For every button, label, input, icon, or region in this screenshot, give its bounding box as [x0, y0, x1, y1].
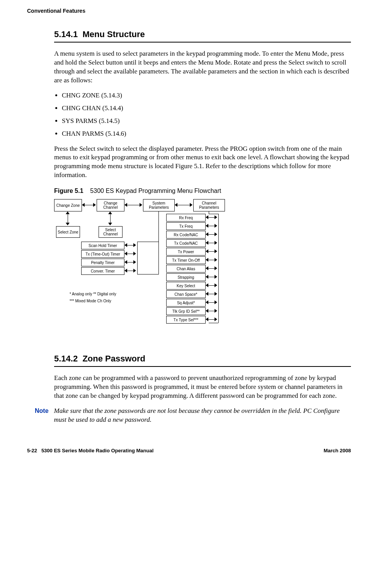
box-channel-item: Tx Type Sel***: [166, 316, 206, 324]
arrow-icon: [124, 202, 142, 208]
box-channel-item: Chan Alias: [166, 265, 206, 273]
box-channel-item: Strapping: [166, 273, 206, 281]
arrow-icon: [206, 232, 217, 237]
arrow-icon: [206, 300, 217, 305]
figure-label: Figure 5.1: [54, 187, 83, 194]
arrow-icon: [206, 249, 217, 254]
box-system-item: Penalty Timer: [81, 259, 124, 266]
connector: [209, 214, 218, 214]
arrow-icon: [206, 283, 217, 288]
connector: [158, 211, 159, 274]
section-heading-2: 5.14.2 Zone Password: [54, 354, 351, 364]
arrow-icon: [206, 240, 217, 245]
arrow-icon: [65, 211, 70, 225]
running-header: Conventional Features: [27, 8, 351, 14]
box-channel-item: Tx Freq: [166, 222, 206, 230]
bullet-item: CHNG ZONE (5.14.3): [62, 91, 351, 100]
box-channel-item: Tx Timer On-Off: [166, 256, 206, 264]
arrow-icon: [206, 291, 217, 297]
bullet-item: CHNG CHAN (5.14.4): [62, 104, 351, 113]
section2-para1: Each zone can be programmed with a passw…: [54, 374, 351, 401]
box-select-zone: Select Zone: [56, 226, 80, 238]
arrow-icon: [124, 259, 136, 265]
section-number-2: 5.14.2: [54, 354, 78, 363]
arrow-icon: [206, 223, 217, 228]
box-channel-item: Rx Code/NAC: [166, 231, 206, 239]
legend-line-1: * Analog only ** Digital only: [70, 292, 116, 296]
section-rule-1: [54, 42, 351, 43]
arrow-icon: [206, 266, 217, 271]
box-channel-item: Sq Adjust*: [166, 299, 206, 307]
footer-right: March 2008: [324, 448, 351, 453]
section1-para1: A menu system is used to select paramete…: [54, 49, 351, 85]
bullet-item: SYS PARMS (5.14.5): [62, 117, 351, 126]
arrow-icon: [206, 317, 217, 322]
note-text: Make sure that the zone passwords are no…: [54, 407, 351, 424]
bullet-item: CHAN PARMS (5.14.6): [62, 130, 351, 138]
legend-line-2: *** Mixed Mode Ch Only: [70, 299, 111, 303]
box-select-channel: Select Channel: [99, 226, 123, 238]
section-number-1: 5.14.1: [54, 29, 78, 39]
connector: [137, 242, 138, 274]
connector: [209, 323, 218, 323]
section-title-1: Menu Structure: [82, 29, 145, 39]
box-system-item: Conver. Timer: [81, 267, 124, 275]
footer-title: 5300 ES Series Mobile Radio Operating Ma…: [41, 448, 153, 453]
box-channel-item: Tlk Grp ID Sel**: [166, 307, 206, 315]
arrow-icon: [107, 211, 113, 225]
section-title-2: Zone Password: [82, 354, 145, 363]
arrow-icon: [124, 251, 136, 256]
box-system-parameters: System Parameters: [143, 199, 175, 211]
figure-caption: Figure 5.1 5300 ES Keypad Programming Me…: [54, 187, 351, 194]
connector: [218, 214, 219, 323]
page-footer: 5-22 5300 ES Series Mobile Radio Operati…: [27, 448, 351, 453]
connector: [137, 242, 158, 242]
arrow-icon: [206, 257, 217, 262]
box-channel-item: Key Select: [166, 282, 206, 290]
arrow-icon: [206, 308, 217, 314]
box-channel-item: Rx Freq: [166, 214, 206, 222]
box-change-zone: Change Zone: [54, 199, 82, 211]
arrow-icon: [206, 274, 217, 280]
arrow-icon: [206, 215, 217, 220]
box-system-item: Tx (Time-Out) Timer: [81, 250, 124, 258]
footer-left: 5-22 5300 ES Series Mobile Radio Operati…: [27, 448, 153, 453]
connector: [137, 274, 158, 274]
box-system-item: Scan Hold Timer: [81, 242, 124, 249]
box-channel-item: Chan Space*: [166, 290, 206, 298]
box-change-channel: Change Channel: [97, 199, 124, 211]
arrow-icon: [124, 242, 136, 248]
box-channel-parameters: Channel Parameters: [193, 199, 225, 211]
footer-page-number: 5-22: [27, 448, 37, 453]
section1-para2: Press the Select switch to select the di…: [54, 145, 351, 180]
section-rule-2: [54, 366, 351, 367]
section1-bullets: CHNG ZONE (5.14.3) CHNG CHAN (5.14.4) SY…: [54, 91, 351, 138]
note-label: Note: [35, 407, 49, 414]
section-heading-1: 5.14.1 Menu Structure: [54, 29, 351, 39]
arrow-icon: [175, 202, 192, 208]
arrow-icon: [82, 202, 96, 208]
flowchart: Change Zone Change Channel System Parame…: [54, 199, 271, 338]
figure-title: 5300 ES Keypad Programming Menu Flowchar…: [90, 187, 221, 194]
box-channel-item: Tx Code/NAC: [166, 239, 206, 247]
arrow-icon: [124, 268, 136, 273]
connector: [209, 211, 209, 214]
box-channel-item: Tx Power: [166, 248, 206, 256]
